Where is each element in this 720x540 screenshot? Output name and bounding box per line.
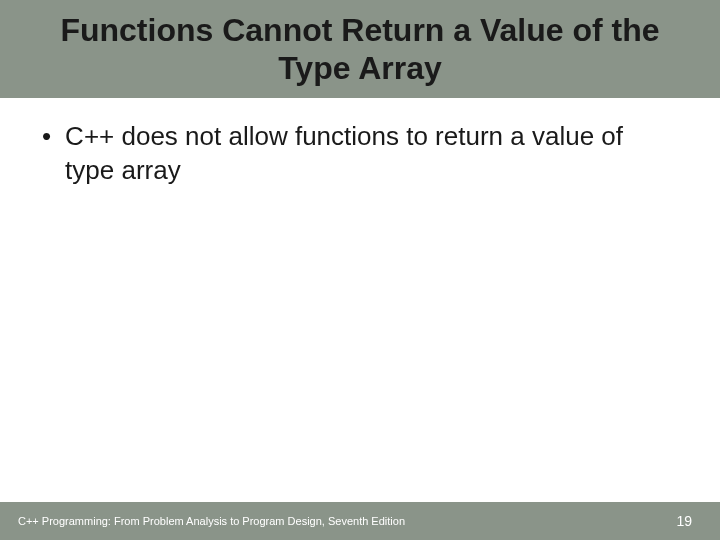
- header-bar: Functions Cannot Return a Value of the T…: [0, 0, 720, 98]
- slide-title: Functions Cannot Return a Value of the T…: [0, 11, 720, 88]
- bullet-text: C++ does not allow functions to return a…: [65, 120, 678, 188]
- footer-bar: C++ Programming: From Problem Analysis t…: [0, 502, 720, 540]
- page-number: 19: [676, 513, 692, 529]
- content-area: • C++ does not allow functions to return…: [0, 98, 720, 188]
- bullet-marker: •: [42, 120, 51, 154]
- bullet-item: • C++ does not allow functions to return…: [42, 120, 678, 188]
- footer-text: C++ Programming: From Problem Analysis t…: [18, 515, 405, 527]
